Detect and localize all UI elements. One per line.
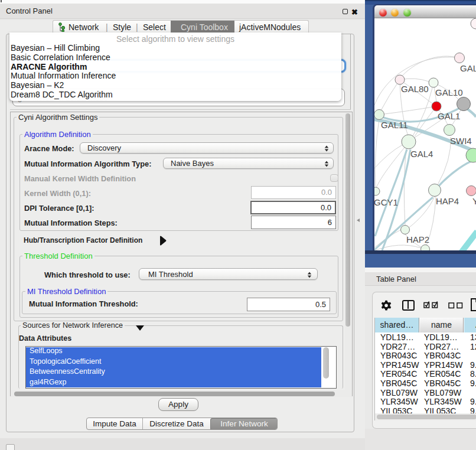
svg-text:GAL4: GAL4: [410, 149, 433, 159]
svg-text:GAL10: GAL10: [435, 87, 463, 97]
svg-text:HAP2: HAP2: [406, 234, 429, 244]
svg-text:SWI4: SWI4: [450, 136, 472, 146]
svg-text:YJ: YJ: [472, 196, 476, 206]
svg-text:GAL11: GAL11: [381, 120, 408, 130]
svg-text:GAL7: GAL7: [460, 63, 476, 73]
svg-text:GAL80: GAL80: [401, 84, 429, 94]
svg-text:HAP4: HAP4: [436, 196, 459, 206]
svg-text:GCY1: GCY1: [374, 197, 398, 207]
svg-text:GAL1: GAL1: [438, 111, 460, 121]
